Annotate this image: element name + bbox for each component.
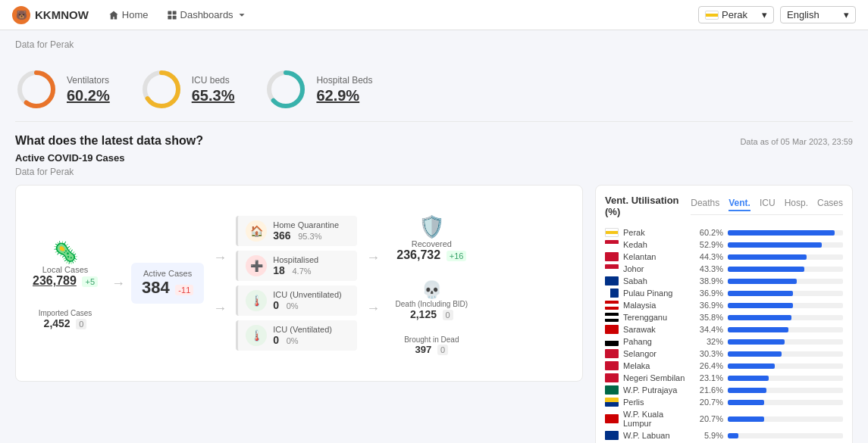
brought-dead-value: 397 <box>415 344 432 355</box>
ventilators-info: Ventilators 60.2% <box>67 75 110 105</box>
active-cases-title: Active COVID-19 Cases <box>15 152 125 164</box>
imported-cases-value: 2,452 <box>44 317 71 329</box>
arrow-col-2: → → <box>360 250 386 317</box>
local-cases-value: 236,789 <box>33 274 77 287</box>
local-cases-card: 🦠 Local Cases 236,789 +5 <box>25 232 105 295</box>
tab-cases[interactable]: Cases <box>817 198 843 211</box>
bar-fill <box>728 267 804 272</box>
ventilators-value: 60.2% <box>67 87 110 105</box>
tab-icu[interactable]: ICU <box>760 198 776 211</box>
bar-fill <box>728 376 769 381</box>
icu-vent-card: 🌡️ ICU (Ventilated) 0 0% <box>236 320 357 351</box>
icu-unvent-card: 🌡️ ICU (Unventilated) 0 0% <box>236 285 357 316</box>
active-value: 384 <box>142 278 170 297</box>
hospital-beds-value: 62.9% <box>316 87 372 105</box>
region-flag <box>705 11 719 20</box>
local-cases-label: Local Cases <box>33 265 98 274</box>
vent-tabs: Deaths Vent. ICU Hosp. Cases <box>691 198 843 215</box>
bar-fill <box>728 433 738 438</box>
bar-track <box>728 388 843 393</box>
nav-dashboards[interactable]: Dashboards <box>159 5 255 25</box>
hospitalised-card: ➕ Hospitalised 18 4.7% <box>236 251 357 281</box>
bar-track <box>728 303 843 308</box>
nav-links: Home Dashboards <box>101 5 255 25</box>
bar-track <box>728 339 843 345</box>
arrow-col: → → <box>207 250 233 317</box>
arrow-4: → <box>360 250 386 266</box>
active-cases-card: Active Cases 384 -11 <box>131 263 204 304</box>
state-flag <box>605 301 619 310</box>
icu-vent-pct: 0% <box>287 336 299 345</box>
language-selector[interactable]: English ▾ <box>780 6 856 23</box>
section-title: What does the latest data show? <box>15 134 203 148</box>
death-value: 2,125 <box>410 308 437 320</box>
hospital-beds-info: Hospital Beds 62.9% <box>316 75 372 105</box>
chevron-down-icon <box>237 10 247 20</box>
state-row: Johor 43.3% <box>605 264 843 273</box>
state-flag <box>605 325 619 334</box>
state-row: Perak 60.2% <box>605 228 843 237</box>
state-flag <box>605 289 619 298</box>
state-pct: 20.7% <box>696 398 723 407</box>
left-panel: 🦠 Local Cases 236,789 +5 Imported Cases … <box>15 185 583 443</box>
bar-fill <box>728 351 782 357</box>
bar-track <box>728 230 843 236</box>
brand-logo: 🐻 <box>12 6 30 24</box>
state-name: W.P. Labuan <box>623 431 691 440</box>
state-flag <box>605 349 619 358</box>
state-name: Sabah <box>623 276 691 285</box>
state-pct: 52.9% <box>696 240 723 249</box>
ventilators-gauge: Ventilators 60.2% <box>15 68 110 111</box>
hospital-beds-gauge: Hospital Beds 62.9% <box>265 68 372 111</box>
state-pct: 35.8% <box>696 313 723 322</box>
region-selector[interactable]: Perak ▾ <box>698 6 774 23</box>
bar-fill <box>728 254 807 260</box>
imported-cases-card: Imported Cases 2,452 0 <box>34 304 97 334</box>
state-name: Malaysia <box>623 301 691 310</box>
tab-vent[interactable]: Vent. <box>729 198 750 211</box>
ventilators-ring <box>15 68 58 111</box>
state-name: Selangor <box>623 349 691 358</box>
tab-hosp[interactable]: Hosp. <box>785 198 808 211</box>
state-name: Terengganu <box>623 313 691 322</box>
source-col: 🦠 Local Cases 236,789 +5 Imported Cases … <box>25 232 105 334</box>
imported-cases-badge: 0 <box>76 319 86 329</box>
ventilators-label: Ventilators <box>67 75 110 86</box>
tab-deaths[interactable]: Deaths <box>691 198 719 211</box>
state-row: W.P. Labuan 5.9% <box>605 431 843 440</box>
state-row: Terengganu 35.8% <box>605 313 843 322</box>
icu-unvent-value: 0 <box>273 299 279 311</box>
state-pct: 43.3% <box>696 264 723 273</box>
bar-track <box>728 351 843 357</box>
state-pct: 26.4% <box>696 361 723 370</box>
state-flag <box>605 361 619 370</box>
bar-track <box>728 291 843 296</box>
state-name: Kedah <box>623 240 691 249</box>
cases-flow: 🦠 Local Cases 236,789 +5 Imported Cases … <box>15 185 583 382</box>
state-row: Kelantan 44.3% <box>605 252 843 261</box>
navbar-right: Perak ▾ English ▾ <box>698 6 856 23</box>
icu-unvent-label: ICU (Unventilated) <box>273 290 341 299</box>
bar-track <box>728 363 843 369</box>
state-pct: 20.7% <box>696 414 723 423</box>
active-value-row: 384 -11 <box>142 278 193 298</box>
state-flag <box>605 313 619 322</box>
hospital-beds-label: Hospital Beds <box>316 75 372 86</box>
right-panel: Vent. Utilisation (%) Deaths Vent. ICU H… <box>595 185 853 443</box>
state-pct: 21.6% <box>696 385 723 395</box>
state-pct: 34.4% <box>696 325 723 334</box>
active-label: Active Cases <box>142 269 193 278</box>
state-pct: 30.3% <box>696 349 723 358</box>
icu-vent-label: ICU (Ventilated) <box>273 325 332 334</box>
bar-track <box>728 242 843 248</box>
bar-fill <box>728 279 797 284</box>
svg-rect-0 <box>168 11 171 14</box>
state-pct: 36.9% <box>696 301 723 310</box>
nav-home[interactable]: Home <box>101 5 156 25</box>
recovered-label: Recovered <box>396 239 466 248</box>
home-icon: 🏠 <box>246 220 267 242</box>
state-row: W.P. Putrajaya 21.6% <box>605 385 843 395</box>
vent-panel: Vent. Utilisation (%) Deaths Vent. ICU H… <box>595 185 853 443</box>
state-name: Sarawak <box>623 325 691 334</box>
bar-fill <box>728 303 793 308</box>
